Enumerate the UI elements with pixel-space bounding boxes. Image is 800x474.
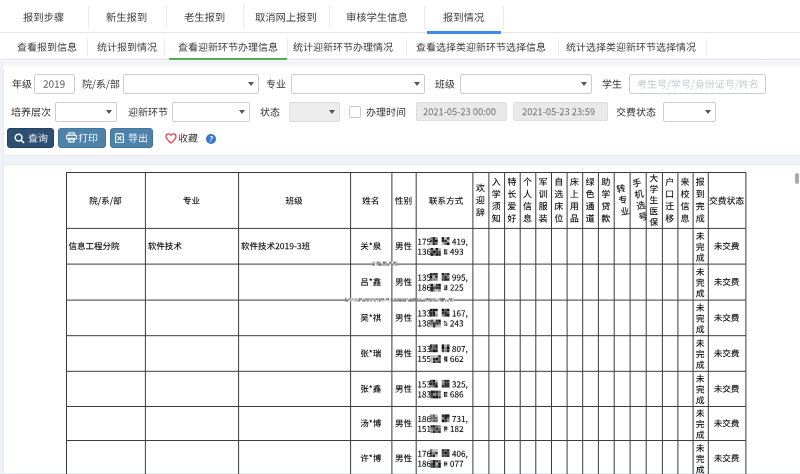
svg-text:?: ? <box>209 134 213 143</box>
